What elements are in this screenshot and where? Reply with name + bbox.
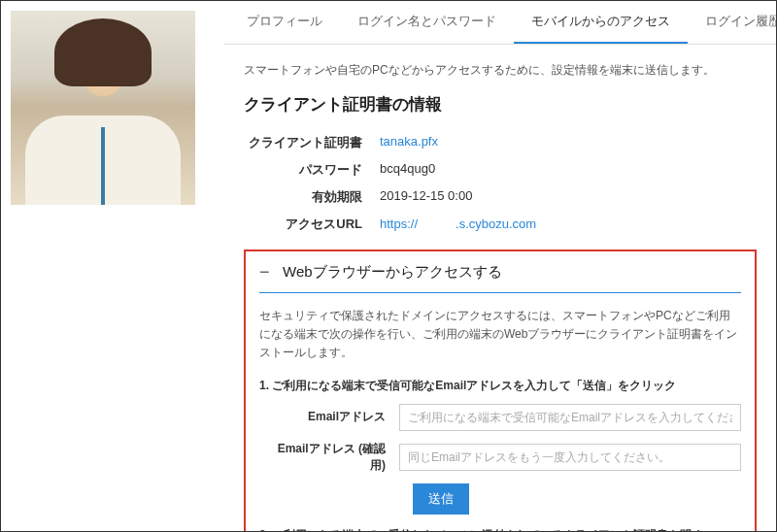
email-confirm-label: Emailアドレス (確認用) — [273, 441, 399, 474]
email-input[interactable] — [399, 404, 741, 431]
cert-expiry-value: 2019-12-15 0:00 — [380, 188, 472, 206]
web-access-title: Webブラウザーからアクセスする — [283, 263, 502, 282]
tab-bar: プロフィール ログイン名とパスワード モバイルからのアクセス ログイン履歴 — [224, 1, 776, 45]
intro-text: スマートフォンや自宅のPCなどからアクセスするために、設定情報を端末に送信します… — [244, 62, 757, 79]
tab-mobile-access[interactable]: モバイルからのアクセス — [514, 1, 688, 44]
step-2: 2. ご利用になる端末で、受信したメールに添付されているクライアント証明書を開く — [259, 526, 741, 531]
email-label: Emailアドレス — [273, 409, 399, 425]
web-access-header[interactable]: − Webブラウザーからアクセスする — [259, 251, 741, 293]
cert-url-link[interactable]: https:// .s.cybozu.com — [380, 216, 536, 233]
cert-file-label: クライアント証明書 — [244, 134, 380, 151]
cert-file-link[interactable]: tanaka.pfx — [380, 134, 438, 151]
avatar — [11, 11, 195, 205]
web-access-description: セキュリティで保護されたドメインにアクセスするには、スマートフォンやPCなどご利… — [259, 307, 741, 363]
email-confirm-input[interactable] — [399, 444, 741, 471]
minus-icon: − — [259, 262, 273, 283]
tab-login-password[interactable]: ログイン名とパスワード — [340, 1, 514, 44]
web-access-section: − Webブラウザーからアクセスする セキュリティで保護されたドメインにアクセス… — [244, 249, 757, 531]
cert-password-value: bcq4qug0 — [380, 161, 435, 179]
cert-section-title: クライアント証明書の情報 — [244, 93, 757, 116]
tab-login-history[interactable]: ログイン履歴 — [688, 1, 776, 44]
cert-expiry-label: 有効期限 — [244, 188, 380, 206]
step-1: 1. ご利用になる端末で受信可能なEmailアドレスを入力して「送信」をクリック — [259, 377, 741, 394]
send-button[interactable]: 送信 — [413, 483, 469, 515]
tab-profile[interactable]: プロフィール — [229, 1, 340, 44]
cert-url-label: アクセスURL — [244, 216, 380, 233]
cert-info-table: クライアント証明書 tanaka.pfx パスワード bcq4qug0 有効期限… — [244, 129, 757, 238]
cert-password-label: パスワード — [244, 161, 380, 179]
